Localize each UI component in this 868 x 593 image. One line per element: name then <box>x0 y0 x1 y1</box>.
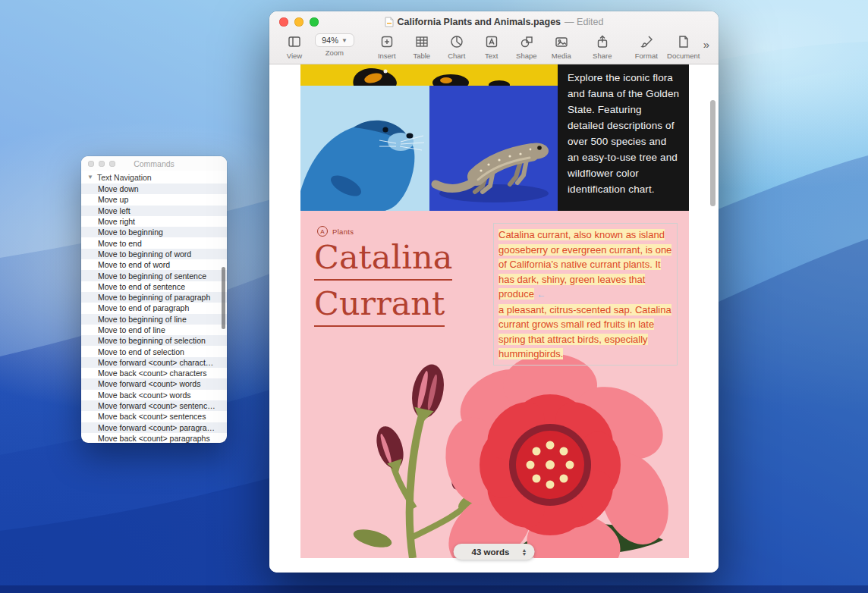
command-item[interactable]: Move to end of word <box>81 259 227 270</box>
text-icon <box>484 33 499 50</box>
close-button[interactable] <box>279 17 288 27</box>
command-item[interactable]: Move to beginning of line <box>81 314 227 325</box>
word-count-control[interactable]: 43 words ▲▼ <box>454 544 535 560</box>
minimize-button[interactable] <box>294 17 303 27</box>
toolbar-zoom-control: 94% ▼ Zoom <box>316 33 353 57</box>
zoom-dropdown[interactable]: 94% ▼ <box>315 33 354 47</box>
command-item[interactable]: Move to end <box>81 237 227 248</box>
plants-section[interactable]: A Plants Catalina Currant Catalina curra… <box>300 211 689 558</box>
command-item-label: Move up <box>98 195 128 204</box>
poppy-strip-image[interactable] <box>300 64 558 86</box>
fullscreen-button[interactable] <box>310 17 319 27</box>
table-icon <box>414 33 429 50</box>
toolbar-view-button[interactable]: View <box>281 33 307 60</box>
toolbar-media-button[interactable]: Media <box>549 33 574 60</box>
toolbar-share-label: Share <box>593 52 612 60</box>
toolbar-text-button[interactable]: Text <box>479 33 505 60</box>
command-item[interactable]: Move down <box>81 184 227 194</box>
pages-window[interactable]: California Plants and Animals.pages — Ed… <box>269 11 719 573</box>
document-heading[interactable]: Catalina Currant <box>314 241 452 334</box>
command-item-label: Move back <count> words <box>98 391 191 400</box>
toolbar-chart-button[interactable]: Chart <box>444 33 470 60</box>
pages-titlebar[interactable]: California Plants and Animals.pages — Ed… <box>269 11 719 32</box>
section-eyebrow[interactable]: A Plants <box>317 226 354 237</box>
command-item[interactable]: Move left <box>81 206 227 216</box>
toolbar-overflow-button[interactable]: » <box>703 38 709 51</box>
intro-text-box[interactable]: Explore the iconic flora and fauna of th… <box>558 64 689 211</box>
command-item[interactable]: Move to end of sentence <box>81 281 227 292</box>
line-break-marker-icon: ← <box>537 289 546 300</box>
command-item[interactable]: Move to beginning <box>81 227 227 237</box>
commands-scrollbar-thumb[interactable] <box>222 267 225 329</box>
command-item[interactable]: Move back <count> characters <box>81 368 227 378</box>
document-scrollbar-thumb[interactable] <box>710 100 715 206</box>
toolbar-format-button[interactable]: Format <box>634 33 659 60</box>
format-brush-icon <box>639 33 654 50</box>
command-item[interactable]: Move right <box>81 216 227 227</box>
commands-section-header[interactable]: ▼ Text Navigation <box>81 171 227 184</box>
command-item[interactable]: Move forward <count> charact… <box>81 357 227 368</box>
command-item-label: Move to end of sentence <box>98 282 185 291</box>
seal-image[interactable] <box>300 86 429 211</box>
command-item[interactable]: Move to end of paragraph <box>81 303 227 313</box>
pages-window-chrome: California Plants and Animals.pages — Ed… <box>269 11 719 64</box>
word-count-stepper-icon[interactable]: ▲▼ <box>521 548 527 556</box>
command-item[interactable]: Move to beginning of sentence <box>81 270 227 281</box>
body-text-part1: Catalina currant, also known as island g… <box>498 229 671 300</box>
section-eyebrow-label: Plants <box>332 227 354 236</box>
close-button[interactable] <box>88 161 94 167</box>
pages-toolbar: View 94% ▼ Zoom Insert Table <box>269 32 719 60</box>
command-item-label: Move forward <count> charact… <box>98 358 213 367</box>
toolbar-insert-button[interactable]: Insert <box>374 33 400 60</box>
commands-window[interactable]: Commands ▼ Text Navigation Move down Mov… <box>81 156 227 443</box>
window-title: California Plants and Animals.pages <box>398 17 561 27</box>
command-item[interactable]: Move back <count> words <box>81 390 227 400</box>
command-item-label: Move to beginning of sentence <box>98 271 206 281</box>
command-item[interactable]: Move to beginning of word <box>81 249 227 259</box>
toolbar-shape-button[interactable]: Shape <box>514 33 539 60</box>
poppy-strip-art <box>300 64 558 86</box>
command-item-label: Move back <count> sentences <box>98 412 206 421</box>
commands-section-label: Text Navigation <box>97 173 152 182</box>
toolbar-table-button[interactable]: Table <box>409 33 435 60</box>
document-proxy-icon[interactable] <box>385 17 394 27</box>
view-icon <box>287 33 302 50</box>
command-item-label: Move to beginning of paragraph <box>98 293 210 302</box>
document-canvas[interactable]: Explore the iconic flora and fauna of th… <box>269 64 719 573</box>
command-item[interactable]: Move forward <count> words <box>81 378 227 389</box>
command-item-label: Move to end <box>98 239 142 248</box>
command-item-label: Move to beginning of selection <box>98 336 206 345</box>
body-text-box[interactable]: Catalina currant, also known as island g… <box>493 223 678 366</box>
heading-line-2: Currant <box>314 287 445 327</box>
chevron-down-icon: ▼ <box>87 174 93 180</box>
desktop-bottom-strip <box>0 585 868 593</box>
command-item[interactable]: Move back <count> paragraphs <box>81 433 227 443</box>
toolbar-text-label: Text <box>485 52 498 60</box>
toolbar-shape-label: Shape <box>516 52 536 60</box>
commands-titlebar[interactable]: Commands <box>81 156 227 171</box>
command-item-label: Move to beginning of line <box>98 315 187 324</box>
command-item[interactable]: Move to end of selection <box>81 346 227 356</box>
lizard-image[interactable] <box>429 86 558 211</box>
shape-icon <box>519 33 534 50</box>
command-item[interactable]: Move to end of line <box>81 325 227 335</box>
toolbar-share-button[interactable]: Share <box>590 33 615 60</box>
command-item[interactable]: Move forward <count> sentenc… <box>81 400 227 411</box>
command-item[interactable]: Move back <count> sentences <box>81 411 227 422</box>
zoom-button[interactable] <box>109 161 115 167</box>
lizard-art <box>429 86 558 211</box>
minimize-button[interactable] <box>99 161 105 167</box>
toolbar-zoom-label: Zoom <box>326 49 344 57</box>
toolbar-chart-label: Chart <box>448 52 465 60</box>
command-item-label: Move left <box>98 206 131 215</box>
toolbar-document-button[interactable]: Document <box>668 33 699 60</box>
command-item[interactable]: Move up <box>81 194 227 205</box>
command-item[interactable]: Move to beginning of paragraph <box>81 292 227 303</box>
zoom-value: 94% <box>322 36 338 45</box>
command-item[interactable]: Move to beginning of selection <box>81 335 227 346</box>
command-item[interactable]: Move forward <count> paragra… <box>81 422 227 433</box>
body-text-part2: a pleasant, citrus-scented sap. Catalina… <box>498 304 671 360</box>
command-item-label: Move to end of line <box>98 325 165 334</box>
command-item-label: Move right <box>98 217 135 226</box>
toolbar-document-label: Document <box>667 52 700 60</box>
